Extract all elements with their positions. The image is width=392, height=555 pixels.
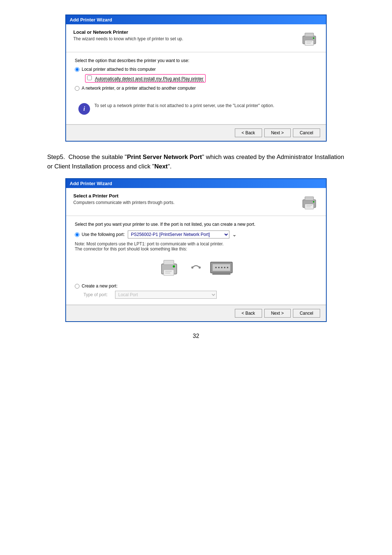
wizard1-info-box: i To set up a network printer that is no…	[75, 99, 317, 118]
wizard2-window: Add Printer Wizard Select a Printer Port…	[65, 178, 327, 322]
wizard2-printer-image	[158, 257, 183, 278]
wizard2-subtext: Computers communicate with printers thro…	[73, 200, 175, 205]
wizard2-use-port-label: Use the following port:	[82, 232, 125, 237]
wizard2-dropdown-arrow: ⌄	[232, 232, 237, 237]
svg-rect-1	[305, 33, 314, 37]
svg-point-11	[313, 201, 314, 203]
wizard1-info-text: To set up a network printer that is not …	[94, 103, 274, 108]
wizard2-title: Add Printer Wizard	[70, 181, 112, 186]
wizard2-titlebar: Add Printer Wizard	[66, 179, 326, 188]
svg-point-26	[224, 267, 225, 268]
wizard1-window: Add Printer Wizard Local or Network Prin…	[65, 15, 327, 142]
svg-point-5	[313, 37, 314, 39]
wizard1-option2-row: A network printer, or a printer attached…	[75, 86, 317, 91]
svg-point-24	[218, 267, 220, 268]
wizard1-option1-row: Local printer attached to this computer	[75, 67, 317, 72]
svg-rect-3	[306, 41, 312, 42]
wizard2-create-port-label: Create a new port:	[82, 283, 118, 289]
svg-rect-7	[305, 197, 314, 200]
svg-point-23	[215, 267, 217, 268]
step5-text: Step5. Choose the suitable "Print Server…	[44, 152, 348, 171]
wizard1-heading: Local or Network Printer	[73, 29, 183, 35]
wizard1-printer-icon	[300, 29, 319, 48]
wizard1-option1-radio[interactable]	[75, 67, 79, 72]
svg-rect-10	[306, 207, 311, 207]
wizard1-option1-sub-checkbox[interactable]	[87, 76, 92, 80]
wizard2-create-port-radio[interactable]	[75, 284, 79, 289]
wizard1-back-button[interactable]: < Back	[235, 128, 262, 137]
wizard1-option2-label: A network printer, or a printer attached…	[82, 86, 196, 91]
wizard1-select-label: Select the option that describes the pri…	[75, 58, 317, 63]
wizard1-header-text: Local or Network Printer The wizard need…	[73, 29, 183, 41]
info-icon: i	[78, 103, 90, 115]
svg-rect-9	[306, 205, 312, 206]
wizard2-header-text: Select a Printer Port Computers communic…	[73, 193, 175, 205]
svg-rect-13	[164, 260, 174, 265]
svg-point-17	[173, 265, 175, 268]
svg-rect-16	[165, 273, 170, 274]
step5-bold1: Print Server Network Port	[127, 154, 202, 160]
svg-rect-15	[165, 271, 172, 272]
wizard2-back-button[interactable]: < Back	[235, 309, 262, 318]
svg-point-27	[227, 267, 228, 268]
svg-rect-4	[306, 43, 311, 44]
wizard1-next-button[interactable]: Next >	[264, 128, 291, 137]
wizard2-use-port-radio-row: Use the following port:	[75, 232, 125, 237]
wizard2-header: Select a Printer Port Computers communic…	[66, 188, 326, 216]
svg-point-18	[191, 266, 193, 269]
svg-point-25	[221, 267, 222, 268]
wizard2-next-button[interactable]: Next >	[264, 309, 291, 318]
wizard2-port-images	[75, 257, 317, 278]
wizard2-body: Select the port you want your printer to…	[66, 216, 326, 305]
wizard1-option1-sub-row: Automatically detect and install my Plug…	[85, 74, 317, 83]
wizard1-option2-radio[interactable]	[75, 86, 79, 91]
wizard1-option1-label: Local printer attached to this computer	[82, 67, 156, 72]
wizard2-printer-icon	[300, 193, 319, 212]
wizard2-type-label: Type of port:	[83, 292, 108, 297]
wizard2-cable-icon	[191, 262, 201, 273]
wizard2-heading: Select a Printer Port	[73, 193, 175, 199]
wizard2-port-row: Use the following port: PS256002-P1 [Pri…	[75, 230, 317, 238]
wizard1-option1-sub-highlight: Automatically detect and install my Plug…	[85, 74, 206, 83]
svg-rect-22	[212, 273, 230, 275]
wizard1-option1-sub-label: Automatically detect and install my Plug…	[95, 76, 204, 82]
wizard1-subtext: The wizard needs to know which type of p…	[73, 36, 183, 41]
wizard2-footer: < Back Next > Cancel	[66, 305, 326, 321]
wizard1-titlebar: Add Printer Wizard	[66, 15, 326, 24]
wizard1-header: Local or Network Printer The wizard need…	[66, 24, 326, 52]
wizard1-cancel-button[interactable]: Cancel	[293, 128, 320, 137]
wizard2-port-dropdown[interactable]: PS256002-P1 [PrintServer Network Port]	[128, 230, 229, 238]
wizard1-footer: < Back Next > Cancel	[66, 125, 326, 141]
wizard2-cancel-button[interactable]: Cancel	[293, 309, 320, 318]
step5-bold2: Next	[154, 163, 168, 170]
page-number: 32	[44, 333, 348, 339]
svg-point-19	[199, 266, 201, 269]
wizard2-select-label: Select the port you want your printer to…	[75, 222, 317, 227]
wizard2-create-port-row: Create a new port:	[75, 283, 317, 289]
wizard2-note-text: Note: Most computers use the LPT1: port …	[75, 241, 317, 252]
wizard2-connector-image	[209, 258, 234, 277]
wizard1-body: Select the option that describes the pri…	[66, 52, 326, 124]
wizard1-title: Add Printer Wizard	[70, 17, 112, 23]
wizard2-use-port-radio[interactable]	[75, 232, 79, 237]
wizard2-type-row: Type of port: Local Port	[83, 291, 317, 299]
wizard2-type-dropdown[interactable]: Local Port	[115, 291, 217, 299]
